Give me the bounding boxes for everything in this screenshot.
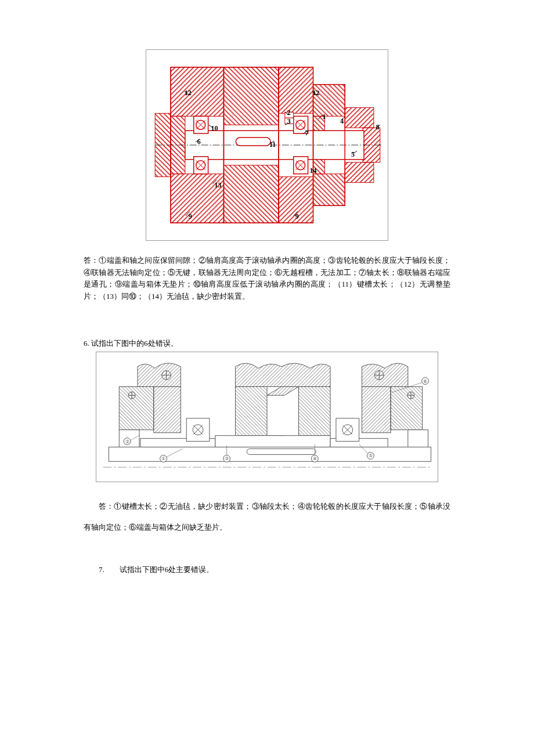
- fig1-label-12b: 12: [313, 89, 320, 97]
- fig2-label-3: ③: [225, 456, 229, 461]
- fig2-label-1: ①: [161, 456, 165, 461]
- fig1-label-11: 11: [269, 140, 276, 149]
- figure2-svg: ① ② ③ ④ ⑤ ⑥: [96, 352, 438, 482]
- figure1-svg: 1 2 3 4 5 6 7 8 9 9 10 11 12 12 13 14: [146, 50, 388, 240]
- svg-rect-12: [345, 162, 374, 183]
- svg-rect-57: [154, 386, 181, 432]
- question7-heading: 7. 试指出下图中6处主要错误。: [84, 564, 450, 576]
- fig2-label-2: ②: [125, 439, 129, 444]
- fig1-label-12: 12: [185, 89, 192, 97]
- svg-rect-66: [215, 435, 330, 447]
- answer5-text: 答：①端盖和轴之间应保留间隙；②轴肩高度高于滚动轴承内圈的高度；③齿轮轮毂的长度…: [84, 255, 450, 303]
- fig1-label-9b: 9: [295, 212, 299, 220]
- svg-rect-59: [299, 386, 331, 435]
- fig2-label-6: ⑥: [423, 378, 427, 384]
- svg-rect-32: [236, 138, 270, 146]
- svg-rect-88: [247, 448, 316, 454]
- question6-heading: 6. 试指出下图中的6处错误。: [84, 338, 450, 350]
- fig1-label-5: 5: [351, 150, 355, 158]
- fig2-label-5: ⑤: [369, 453, 373, 458]
- fig1-label-4: 4: [340, 117, 344, 125]
- fig1-label-6: 6: [197, 138, 201, 146]
- svg-rect-61: [391, 386, 423, 429]
- svg-rect-6: [279, 67, 313, 114]
- fig1-label-8: 8: [376, 123, 380, 131]
- svg-rect-62: [408, 430, 428, 447]
- figure2-container: ① ② ③ ④ ⑤ ⑥: [84, 352, 450, 486]
- figure2: ① ② ③ ④ ⑤ ⑥: [96, 352, 438, 482]
- fig1-label-13: 13: [215, 181, 222, 189]
- svg-rect-55: [119, 386, 153, 429]
- svg-rect-0: [171, 67, 223, 116]
- fig1-label-14: 14: [310, 167, 317, 175]
- svg-rect-11: [345, 107, 374, 128]
- figure1-container: 1 2 3 4 5 6 7 8 9 9 10 11 12 12 13 14: [84, 49, 450, 244]
- svg-rect-58: [235, 386, 267, 435]
- fig1-label-1: 1: [322, 113, 326, 121]
- svg-rect-9: [313, 174, 345, 206]
- svg-rect-5: [223, 165, 278, 223]
- svg-rect-4: [223, 67, 278, 125]
- figure1: 1 2 3 4 5 6 7 8 9 9 10 11 12 12 13 14: [146, 49, 388, 241]
- fig1-label-7: 7: [305, 129, 309, 137]
- fig1-label-10: 10: [211, 124, 218, 132]
- fig1-label-3: 3: [287, 117, 291, 125]
- answer6-text: 答：①键槽太长；②无油毡，缺少密封装置；③轴段太长；④齿轮轮毂的长度应大于轴段长…: [84, 496, 450, 538]
- fig1-label-2: 2: [287, 108, 291, 117]
- svg-rect-60: [362, 386, 391, 432]
- fig1-label-9: 9: [189, 212, 192, 220]
- fig2-label-4: ④: [313, 456, 317, 461]
